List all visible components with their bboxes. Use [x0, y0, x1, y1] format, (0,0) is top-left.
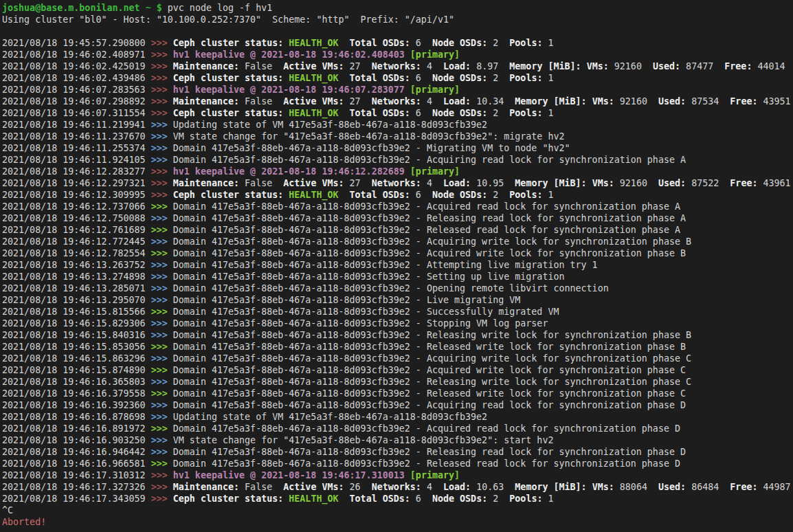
- field-value: 6: [410, 190, 432, 200]
- field-label: Node OSDs:: [432, 494, 487, 504]
- blank-line: [2, 25, 793, 37]
- log-marker: >>>: [151, 271, 173, 282]
- timestamp: 2021/08/18 19:45:57.290800: [2, 38, 151, 48]
- log-text: Domain 417e5a3f-88eb-467a-a118-8d093cfb3…: [173, 423, 680, 434]
- log-text: Domain 417e5a3f-88eb-467a-a118-8d093cfb3…: [173, 143, 570, 153]
- log-marker: >>>: [151, 318, 173, 329]
- field-value: 1: [542, 190, 553, 200]
- log-text: [151, 3, 157, 13]
- log-line-vm-event: 2021/08/18 19:46:12.750088 >>> Domain 41…: [2, 212, 793, 224]
- field-value: 1: [542, 38, 553, 48]
- log-line-vm-event: 2021/08/18 19:46:12.761689 >>> Domain 41…: [2, 224, 793, 236]
- field-value: 92160: [614, 96, 658, 107]
- log-line-ceph-status: 2021/08/18 19:46:07.311554 >>> Ceph clus…: [2, 107, 793, 119]
- field-label: Active VMs:: [283, 61, 344, 71]
- field-label: Load:: [443, 482, 471, 492]
- field-label: VMs:: [592, 96, 614, 107]
- timestamp: 2021/08/18 19:46:11.219941: [2, 120, 151, 130]
- log-marker: >>>: [151, 458, 173, 469]
- field-value: 87534: [686, 96, 730, 107]
- field-label: Total OSDs:: [350, 108, 410, 118]
- log-line-ceph-status: 2021/08/18 19:46:02.439486 >>> Ceph clus…: [2, 72, 793, 84]
- field-label: Ceph cluster status:: [173, 190, 283, 200]
- field-value: False: [239, 61, 283, 71]
- log-text: Domain 417e5a3f-88eb-467a-a118-8d093cfb3…: [173, 225, 680, 235]
- log-line-vm-event: 2021/08/18 19:46:11.924105 >>> Domain 41…: [2, 154, 793, 166]
- log-text: Domain 417e5a3f-88eb-467a-a118-8d093cfb3…: [173, 330, 691, 340]
- field-label: Pools:: [509, 108, 542, 118]
- field-value: [339, 190, 350, 200]
- terminal-screen[interactable]: joshua@base.m.bonilan.net ~ $ pvc node l…: [0, 0, 793, 532]
- field-label: Maintenance:: [173, 178, 239, 188]
- keepalive-message: hv1 keepalive @ 2021-08-18 19:46:07.2830…: [173, 85, 405, 95]
- field-value: 1: [542, 73, 553, 83]
- timestamp: 2021/08/18 19:46:13.274898: [2, 271, 151, 282]
- field-value: 6: [410, 73, 432, 83]
- keepalive-message: hv1 keepalive @ 2021-08-18 19:46:12.2826…: [173, 166, 405, 177]
- log-line-keepalive: 2021/08/18 19:46:07.283563 >>> hv1 keepa…: [2, 84, 793, 96]
- log-line-vm-event: 2021/08/18 19:46:15.874890 >>> Domain 41…: [2, 364, 793, 376]
- log-line-vm-event: 2021/08/18 19:46:15.840316 >>> Domain 41…: [2, 329, 793, 341]
- field-label: Memory [MiB]:: [515, 482, 586, 492]
- log-marker: >>>: [151, 412, 173, 422]
- log-line-vm-event: 2021/08/18 19:46:13.295070 >>> Domain 41…: [2, 294, 793, 306]
- log-text: Domain 417e5a3f-88eb-467a-a118-8d093cfb3…: [173, 155, 686, 165]
- log-text: [405, 470, 410, 480]
- abort-message: Aborted!: [2, 517, 46, 527]
- field-value: 87477: [680, 61, 724, 71]
- log-line-vm-event: 2021/08/18 19:46:12.772445 >>> Domain 41…: [2, 236, 793, 247]
- timestamp: 2021/08/18 19:46:15.815566: [2, 307, 151, 317]
- timestamp: 2021/08/18 19:46:12.737066: [2, 201, 151, 212]
- log-line-keepalive: 2021/08/18 19:46:12.283277 >>> hv1 keepa…: [2, 166, 793, 177]
- field-label: Total OSDs:: [350, 73, 410, 83]
- field-value: 86484: [686, 482, 730, 492]
- field-value: 10.63: [471, 482, 515, 492]
- log-line-vm-event: 2021/08/18 19:46:15.829306 >>> Domain 41…: [2, 318, 793, 329]
- timestamp: 2021/08/18 19:46:12.297321: [2, 178, 151, 188]
- timestamp: 2021/08/18 19:46:15.829306: [2, 318, 151, 329]
- log-text: Domain 417e5a3f-88eb-467a-a118-8d093cfb3…: [173, 377, 691, 387]
- log-marker: >>>: [151, 236, 173, 247]
- log-marker: >>>: [151, 295, 173, 305]
- command: pvc node log -f hv1: [162, 3, 272, 13]
- log-marker: >>>: [151, 388, 173, 399]
- field-label: Maintenance:: [173, 96, 239, 107]
- log-line-vm-event: 2021/08/18 19:46:11.219941 >>> Updating …: [2, 119, 793, 131]
- log-marker: >>>: [151, 225, 173, 235]
- log-marker: >>>: [151, 423, 173, 434]
- log-line-vm-event: 2021/08/18 19:46:13.285071 >>> Domain 41…: [2, 282, 793, 294]
- field-value: 2: [487, 73, 509, 83]
- log-marker: >>>: [151, 213, 173, 223]
- timestamp: 2021/08/18 19:46:02.408971: [2, 49, 151, 60]
- field-label: Networks:: [372, 178, 421, 188]
- log-line-ceph-status: 2021/08/18 19:46:12.309995 >>> Ceph clus…: [2, 189, 793, 201]
- timestamp: 2021/08/18 19:46:12.782554: [2, 248, 151, 258]
- log-line-vm-event: 2021/08/18 19:46:15.863296 >>> Domain 41…: [2, 353, 793, 364]
- log-text: Domain 417e5a3f-88eb-467a-a118-8d093cfb3…: [173, 318, 548, 329]
- log-line-vm-event: 2021/08/18 19:46:15.853056 >>> Domain 41…: [2, 341, 793, 353]
- log-line-vm-event: 2021/08/18 19:46:13.263752 >>> Domain 41…: [2, 259, 793, 271]
- log-text: [405, 166, 410, 177]
- log-marker: >>>: [151, 342, 173, 352]
- field-value: [587, 482, 592, 492]
- log-marker: >>>: [151, 470, 173, 480]
- field-label: VMs:: [587, 61, 609, 71]
- field-label: Node OSDs:: [432, 38, 487, 48]
- log-text: ^C: [2, 505, 13, 516]
- timestamp: 2021/08/18 19:46:15.874890: [2, 365, 151, 375]
- log-text: VM state change for "417e5a3f-88eb-467a-…: [173, 131, 565, 142]
- health-status: HEALTH_OK: [289, 190, 338, 200]
- field-value: 44014: [752, 61, 785, 71]
- timestamp: 2021/08/18 19:46:16.379558: [2, 388, 151, 399]
- log-marker: >>>: [151, 482, 173, 492]
- log-line-vm-event: 2021/08/18 19:46:16.903250 >>> VM state …: [2, 434, 793, 446]
- field-label: Load:: [443, 178, 471, 188]
- log-marker: >>>: [151, 283, 173, 293]
- timestamp: 2021/08/18 19:46:15.840316: [2, 330, 151, 340]
- timestamp: 2021/08/18 19:46:16.891972: [2, 423, 151, 434]
- log-marker: >>>: [151, 377, 173, 387]
- timestamp: 2021/08/18 19:46:16.878698: [2, 412, 151, 422]
- field-label: Used:: [658, 96, 686, 107]
- field-label: Maintenance:: [173, 482, 239, 492]
- field-label: Load:: [443, 61, 471, 71]
